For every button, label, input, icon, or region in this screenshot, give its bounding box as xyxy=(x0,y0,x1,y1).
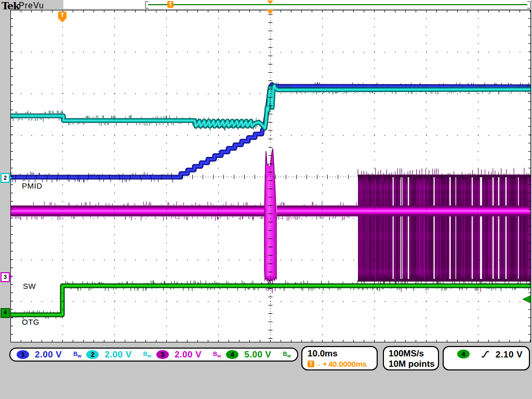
channel3-bandwidth-icon: BW xyxy=(213,351,221,358)
channel4-readout[interactable]: 4 5.00 V BW xyxy=(226,350,291,360)
channel3-position-marker[interactable]: 3 xyxy=(1,272,10,282)
channel4-label: OTG xyxy=(22,317,39,326)
channel4-position-marker[interactable]: 4 xyxy=(1,308,10,318)
sample-rate: 100MS/s xyxy=(389,349,438,359)
timebase-scale: 10.0ms xyxy=(308,349,377,359)
horizontal-delay-readout: T → ▼ 40.0000ms xyxy=(308,360,377,368)
channel4-scale: 5.00 V xyxy=(244,350,271,360)
record-position-bar[interactable]: T xyxy=(63,0,531,9)
delay-trigger-icon: T xyxy=(308,361,314,367)
channel2-label: PMID xyxy=(22,181,43,190)
channel2-position-marker[interactable]: 2 xyxy=(1,173,10,183)
rising-edge-icon xyxy=(481,350,489,358)
record-right-bracket-icon xyxy=(527,1,531,9)
trigger-level: 2.10 V xyxy=(496,350,523,360)
channel1-scale: 2.00 V xyxy=(35,350,62,360)
expansion-point-marker-icon[interactable] xyxy=(267,10,274,14)
channel2-bandwidth-icon: BW xyxy=(143,351,152,358)
waveform-canvas xyxy=(10,10,531,342)
channel4-bandwidth-icon: BW xyxy=(283,351,291,358)
channel4-badge[interactable]: 4 xyxy=(226,350,238,359)
acquisition-readout[interactable]: 100MS/s 10M points xyxy=(383,346,439,370)
timebase-readout[interactable]: 10.0ms T → ▼ 40.0000ms xyxy=(301,346,378,370)
channel1-badge[interactable]: 1 xyxy=(17,350,29,359)
delay-marker-icon: ▼ xyxy=(322,361,328,367)
channel2-badge[interactable]: 2 xyxy=(86,350,99,359)
channel3-label: SW xyxy=(23,282,36,290)
trigger-readout[interactable]: 4 2.10 V xyxy=(443,346,530,370)
delay-arrow-icon: → xyxy=(315,360,322,368)
channel2-scale: 2.00 V xyxy=(104,350,131,360)
acquisition-status: PreVu xyxy=(19,1,44,10)
channel1-bandwidth-icon: BW xyxy=(73,351,82,358)
channel2-readout[interactable]: 2 2.00 V BW xyxy=(86,350,151,360)
record-length: 10M points xyxy=(389,359,438,369)
channel-readouts-bar[interactable]: 1 2.00 V BW 2 2.00 V BW 3 2.00 V BW 4 5.… xyxy=(9,348,298,362)
waveform-display: PMID SW OTG xyxy=(10,10,531,342)
trigger-position-flag[interactable]: T xyxy=(58,11,66,19)
channel3-scale: 2.00 V xyxy=(175,350,202,360)
trigger-source-badge[interactable]: 4 xyxy=(457,350,470,358)
record-view-center-icon[interactable] xyxy=(267,1,273,4)
oscilloscope-screen: Tek PreVu T PMID SW OTG T 2 3 4 1 2.00 V… xyxy=(0,0,532,399)
channel3-badge[interactable]: 3 xyxy=(156,350,169,359)
channel3-readout[interactable]: 3 2.00 V BW xyxy=(156,350,221,360)
record-trigger-marker-icon[interactable]: T xyxy=(167,1,174,8)
channel1-readout[interactable]: 1 2.00 V BW xyxy=(17,350,82,360)
delay-value: 40.0000ms xyxy=(328,360,367,368)
record-line xyxy=(148,4,527,5)
